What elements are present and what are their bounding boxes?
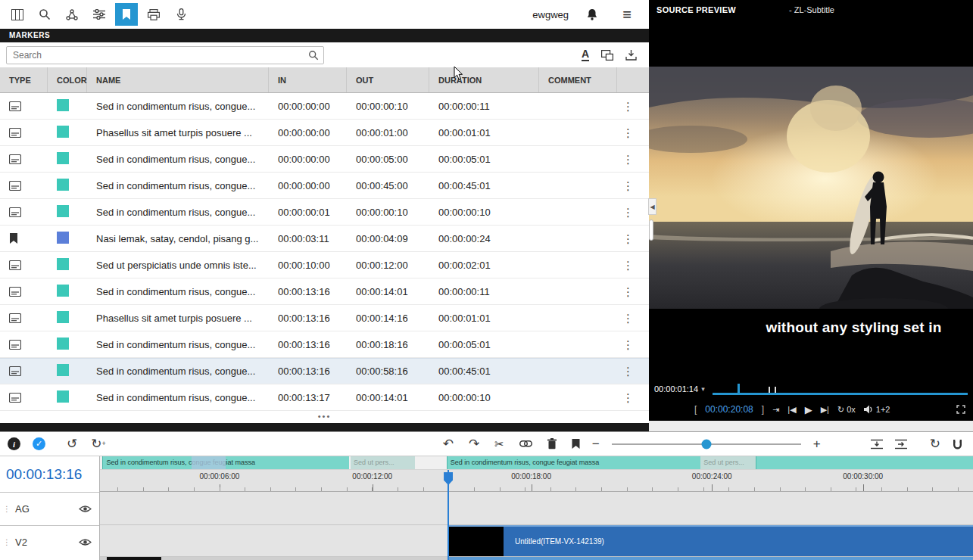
next-frame-icon[interactable]: ▶| [821,405,829,415]
prev-frame-icon[interactable]: |◀ [787,405,796,415]
table-row[interactable]: Sed in condimentum risus, congue... 00:0… [0,384,649,411]
collapse-panel-icon[interactable]: ◀ [648,198,656,215]
subtitle-clip[interactable]: Sed ut pers... [351,456,415,469]
mark-in-bracket[interactable]: [ [694,404,697,415]
microphone-icon[interactable] [170,3,192,26]
video-preview[interactable] [649,67,973,309]
play-icon[interactable]: ▶ [805,404,812,415]
track-partial-lane[interactable] [100,557,973,560]
subtitle-clip[interactable]: Sed ut pers... [700,456,756,469]
refresh-timeline-icon[interactable]: ↻ [930,437,940,450]
timeline-timecode[interactable]: 00:00:13:16 [0,456,99,492]
refresh-add-icon[interactable]: ↻+ [91,437,106,450]
markers-tool-button[interactable] [115,3,138,26]
table-row[interactable]: Sed in condimentum risus, congue... 00:0… [0,278,649,305]
col-out[interactable]: OUT [347,67,429,92]
table-row[interactable]: Sed ut perspiciatis unde omnis iste... 0… [0,252,649,278]
row-menu-icon[interactable]: ⋮ [618,232,638,245]
snap-magnet-icon[interactable] [953,439,962,450]
device-icon[interactable] [142,3,165,26]
track-drag-handle[interactable]: ⋮ [3,538,9,546]
sliders-icon[interactable] [88,3,111,26]
row-menu-icon[interactable]: ⋮ [618,338,638,351]
track-visibility-eye-icon[interactable] [76,538,95,546]
fullscreen-icon[interactable] [956,405,965,414]
redo-icon[interactable]: ↷ [469,437,479,450]
zoom-slider[interactable] [612,443,801,445]
table-row[interactable]: Sed in condimentum risus, congue... 00:0… [0,199,649,226]
subtitle-clip[interactable]: Sed in condimentum risus, congue feugiat… [447,456,701,469]
scrubber-playhead[interactable] [738,384,740,393]
table-row[interactable]: Sed in condimentum risus, congue... 00:0… [0,331,649,358]
speed-control[interactable]: ↻ 0x [837,405,856,415]
delete-trash-icon[interactable] [547,438,557,450]
col-comment[interactable]: COMMENT [539,67,617,92]
timeline-playhead[interactable] [448,470,449,560]
preview-timecode[interactable]: 00:00:01:14 [654,384,698,394]
zoom-out-icon[interactable]: − [592,437,600,450]
video-clip[interactable]: Untitled(ITEM-VX-142139) [448,525,973,556]
col-name[interactable]: NAME [87,67,269,92]
approve-check-icon[interactable]: ✓ [33,437,45,450]
table-row[interactable]: Nasi lemak, satay, cendol, pisang g... 0… [0,226,649,252]
undo-icon[interactable]: ↶ [443,437,454,450]
table-row[interactable]: Sed in condimentum risus, congue... 00:0… [0,93,649,120]
track-visibility-eye-icon[interactable] [76,505,95,513]
razor-scissors-icon[interactable]: ✂ [494,438,504,450]
table-row[interactable]: Phasellus sit amet turpis posuere ... 00… [0,120,649,146]
history-undo-icon[interactable]: ↺ [67,437,77,450]
timeline-ruler[interactable]: 00:00:06:0000:00:12:0000:00:18:0000:00:2… [100,470,973,492]
row-menu-icon[interactable]: ⋮ [618,153,638,166]
subtitle-clip[interactable] [192,456,226,469]
row-menu-icon[interactable]: ⋮ [618,100,638,113]
menu-icon[interactable]: ≡ [616,3,638,26]
search-icon[interactable] [33,3,56,26]
zoom-in-icon[interactable]: + [813,437,821,450]
track-header[interactable]: ⋮ AG [0,492,99,525]
subtitle-clip[interactable] [756,456,973,469]
overwrite-clip-icon[interactable] [895,439,907,450]
mark-out-bracket[interactable]: ] [762,404,764,415]
row-menu-icon[interactable]: ⋮ [618,206,638,219]
col-type[interactable]: TYPE [0,67,48,92]
row-menu-icon[interactable]: ⋮ [618,285,638,298]
row-menu-icon[interactable]: ⋮ [618,312,638,325]
track-ag-lane[interactable] [100,492,973,525]
goto-in-icon[interactable]: ⇥ [772,405,779,415]
font-style-icon[interactable]: A [580,47,591,63]
col-in[interactable]: IN [269,67,347,92]
workflow-icon[interactable] [61,3,83,26]
col-color[interactable]: COLOR [48,67,87,92]
table-row[interactable]: Sed in condimentum risus, congue... 00:0… [0,146,649,173]
table-row[interactable]: Sed in condimentum risus, congue... 00:0… [0,173,649,199]
add-marker-icon[interactable] [572,439,580,449]
overlay-windows-icon[interactable] [600,48,615,62]
table-row[interactable]: Sed in condimentum risus, congue... 00:0… [0,358,649,384]
link-icon[interactable] [519,440,532,447]
subtitle-clip[interactable]: Sed in condimentum risus, congue feugiat… [102,456,348,469]
search-box[interactable] [6,46,324,64]
panel-scrollbar[interactable] [649,219,653,241]
row-menu-icon[interactable]: ⋮ [618,391,638,404]
preview-scrubber[interactable] [713,383,968,395]
timeline-tracks-area[interactable]: Sed in condimentum risus, congue feugiat… [100,456,973,560]
track-v2-lane[interactable]: Untitled(ITEM-VX-142139) [100,525,973,557]
row-menu-icon[interactable]: ⋮ [618,179,638,192]
username[interactable]: ewgweg [532,9,569,20]
row-menu-icon[interactable]: ⋮ [618,365,638,378]
info-icon[interactable]: i [8,437,20,450]
row-menu-icon[interactable]: ⋮ [618,259,638,272]
import-markers-icon[interactable] [624,48,638,62]
search-input[interactable] [7,50,308,61]
track-header[interactable]: ⋮ V2 [0,525,99,558]
col-duration[interactable]: DURATION [429,67,539,92]
audio-channels[interactable]: 1+2 [864,405,890,414]
track-drag-handle[interactable]: ⋮ [3,505,9,513]
panel-grid-icon[interactable] [6,3,29,26]
chevron-down-icon[interactable]: ▾ [701,385,705,393]
table-row[interactable]: Phasellus sit amet turpis posuere ... 00… [0,305,649,331]
zoom-slider-handle[interactable] [701,439,711,449]
notifications-bell-icon[interactable] [581,3,603,26]
row-menu-icon[interactable]: ⋮ [618,126,638,139]
panel-resize-handle[interactable]: ••• [0,411,649,423]
